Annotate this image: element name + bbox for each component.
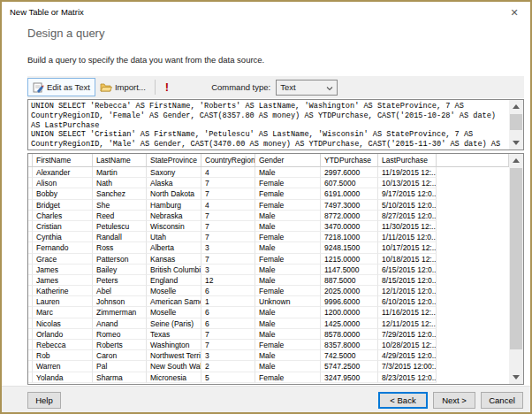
- table-row[interactable]: AlexanderMartinSaxony4Male2997.600011/19…: [28, 167, 509, 178]
- table-row[interactable]: AlisonNathAlaska7Female607.500010/13/201…: [28, 178, 509, 188]
- row-filler: [437, 329, 509, 340]
- table-cell: Grace: [33, 254, 93, 264]
- import-button[interactable]: Import...: [95, 78, 150, 96]
- scroll-up-icon[interactable]: [509, 154, 523, 167]
- table-cell: 5747.2500: [321, 361, 378, 372]
- close-icon[interactable]: ✕: [507, 5, 521, 19]
- column-header-firstname[interactable]: FirstName: [33, 154, 93, 166]
- table-cell: Alison: [33, 178, 93, 188]
- scroll-down-icon[interactable]: [509, 371, 523, 384]
- query-toolbar: Edit as Text Import... ! Command type: T…: [27, 76, 524, 98]
- import-label: Import...: [115, 82, 146, 92]
- table-row[interactable]: RebeccaRobertsWashington7Female8357.8000…: [28, 340, 509, 350]
- table-cell: Romeo: [93, 329, 147, 340]
- column-header-ytdpurchase[interactable]: YTDPurchase: [321, 154, 378, 166]
- row-filler: [437, 221, 509, 232]
- table-cell: Male: [255, 307, 321, 318]
- row-filler: [437, 200, 509, 211]
- chevron-down-icon: [326, 84, 333, 91]
- cancel-button[interactable]: Cancel: [481, 392, 523, 409]
- table-cell: 6191.0000: [321, 188, 378, 199]
- table-row[interactable]: KatherineAbelMoselle6Female2025.000012/1…: [28, 286, 509, 296]
- table-row[interactable]: JamesBaileyBritish Columbia3Male1147.500…: [28, 264, 509, 275]
- table-row[interactable]: NicolasAnandSeine (Paris)6Male1425.00001…: [28, 318, 509, 329]
- scrollbar-thumb[interactable]: [510, 168, 522, 349]
- title-bar: New Table or Matrix ✕: [2, 2, 530, 23]
- table-cell: Kansas: [147, 254, 201, 264]
- table-cell: Alexander: [33, 167, 93, 178]
- table-row[interactable]: WarrenPalNew South Wales2Male5747.25007/…: [28, 361, 509, 372]
- table-row[interactable]: CynthiaRandallUtah7Female7218.10001/11/2…: [28, 232, 509, 242]
- column-header-countryregionid[interactable]: CountryRegionID: [201, 154, 255, 166]
- table-cell: Texas: [147, 329, 201, 340]
- run-query-exclamation-icon[interactable]: !: [165, 80, 169, 94]
- command-type-dropdown[interactable]: Text: [276, 80, 338, 96]
- grid-header: FirstNameLastNameStateProvinceCountryReg…: [28, 154, 509, 167]
- row-filler: [437, 361, 509, 372]
- table-cell: 7/29/2015 12:0...: [378, 329, 437, 340]
- table-cell: 1: [201, 296, 255, 307]
- table-row[interactable]: YolandaSharmaMicronesia5Female3247.95008…: [28, 372, 509, 383]
- table-cell: 5: [201, 372, 255, 383]
- table-cell: 8/15/2015 12:0...: [378, 275, 437, 286]
- sql-line: CountryRegionID, 'Female' AS Gender, CAS…: [31, 111, 508, 121]
- table-cell: Male: [255, 361, 321, 372]
- edit-as-text-label: Edit as Text: [47, 82, 90, 92]
- row-filler: [437, 232, 509, 242]
- table-cell: Nebraska: [147, 211, 201, 221]
- table-cell: Male: [255, 318, 321, 329]
- table-cell: Unknown: [255, 296, 321, 307]
- edit-as-text-icon: [33, 81, 44, 93]
- table-cell: Katherine: [33, 286, 93, 296]
- query-editor-scrollbar[interactable]: [509, 100, 523, 150]
- table-cell: 7: [201, 340, 255, 350]
- table-cell: 10/13/2015 12:...: [378, 178, 437, 188]
- table-cell: 8/23/2015 12:0...: [378, 372, 437, 383]
- table-row[interactable]: LaurenJohnsonAmerican Samoa1Unknown9996.…: [28, 296, 509, 307]
- column-header-lastname[interactable]: LastName: [93, 154, 147, 166]
- table-row[interactable]: MarcZimmermanMoselle6Male1200.000011/16/…: [28, 307, 509, 318]
- table-row[interactable]: BridgetSheHamburg4Female7497.30005/10/20…: [28, 200, 509, 211]
- column-header-lastpurchase[interactable]: LastPurchase: [378, 154, 437, 166]
- help-button[interactable]: Help: [27, 392, 61, 409]
- table-cell: Alaska: [147, 178, 201, 188]
- grid-scrollbar[interactable]: [509, 154, 523, 384]
- next-button[interactable]: Next >: [433, 392, 475, 409]
- row-filler: [437, 286, 509, 296]
- scrollbar-thumb[interactable]: [510, 114, 522, 130]
- edit-as-text-button[interactable]: Edit as Text: [27, 78, 95, 96]
- table-cell: James: [33, 275, 93, 286]
- back-button[interactable]: < Back: [378, 392, 428, 409]
- grid-rows: AlexanderMartinSaxony4Male2997.600011/19…: [28, 167, 509, 383]
- table-cell: American Samoa: [147, 296, 201, 307]
- table-cell: 1425.0000: [321, 318, 378, 329]
- table-cell: 10/17/2015 12:...: [378, 242, 437, 253]
- command-type-value: Text: [280, 82, 295, 92]
- column-header-gender[interactable]: Gender: [255, 154, 321, 166]
- table-row[interactable]: CharlesReedNebraska7Male8772.00008/27/20…: [28, 211, 509, 221]
- table-cell: 3: [201, 350, 255, 361]
- table-cell: Hamburg: [147, 200, 201, 211]
- table-row[interactable]: JamesPetersEngland12Male887.50008/15/201…: [28, 275, 509, 286]
- table-cell: 12: [201, 275, 255, 286]
- table-row[interactable]: OrlandoRomeoTexas7Male8578.00007/29/2015…: [28, 329, 509, 340]
- table-cell: Nicolas: [33, 318, 93, 329]
- table-cell: 1215.0000: [321, 254, 378, 264]
- table-cell: Female: [255, 254, 321, 264]
- query-text-editor[interactable]: UNION SELECT 'Rebecca' AS FirstName, 'Ro…: [27, 99, 524, 150]
- scroll-up-icon[interactable]: [509, 100, 523, 113]
- table-row[interactable]: GracePattersonKansas7Female1215.000010/1…: [28, 254, 509, 264]
- table-row[interactable]: CristianPetulescuWisconsin7Male3470.0000…: [28, 221, 509, 232]
- table-cell: Charles: [33, 211, 93, 221]
- table-cell: Petulescu: [93, 221, 147, 232]
- column-header-stateprovince[interactable]: StateProvince: [147, 154, 201, 166]
- table-cell: Female: [255, 372, 321, 383]
- table-row[interactable]: FernandoRossAlberta3Male9248.150010/17/2…: [28, 242, 509, 253]
- row-filler: [437, 350, 509, 361]
- window-title: New Table or Matrix: [10, 7, 84, 17]
- table-row[interactable]: BobbySanchezNorth Dakota7Female6191.0000…: [28, 188, 509, 199]
- scroll-down-icon[interactable]: [509, 136, 523, 150]
- table-row[interactable]: RobCaronNorthwest Terri...3Male742.50004…: [28, 350, 509, 361]
- table-cell: Rob: [33, 350, 93, 361]
- table-cell: 7: [201, 254, 255, 264]
